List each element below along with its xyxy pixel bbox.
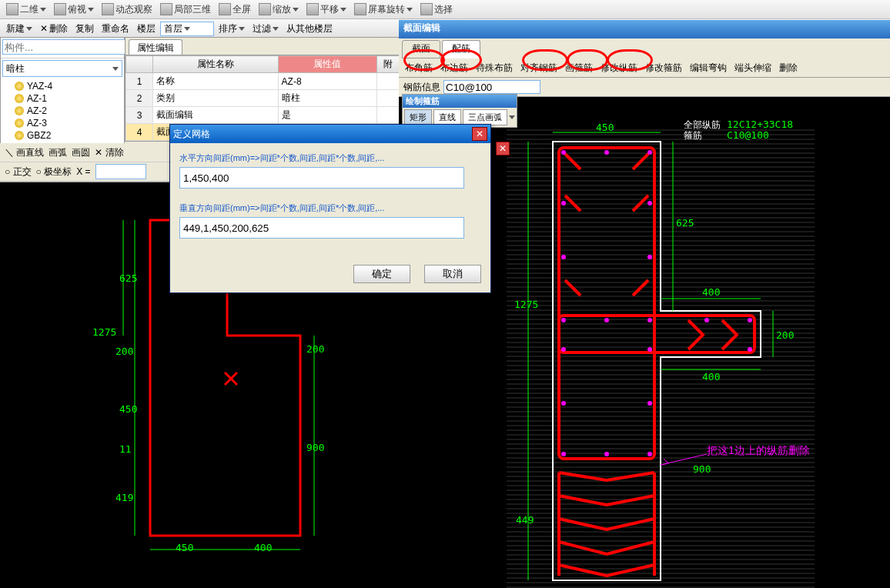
horiz-spacing-input[interactable] — [179, 167, 464, 189]
tree-node[interactable]: AZ-2 — [1, 105, 124, 117]
cmd-edit-hook[interactable]: 编辑弯钩 — [687, 60, 730, 76]
tab-rebar[interactable]: 配筋 — [442, 40, 480, 58]
svg-point-23 — [561, 201, 566, 205]
chevron-down-icon — [239, 27, 245, 31]
tab-properties[interactable]: 属性编辑 — [129, 39, 182, 55]
prop-row[interactable]: 2类别暗柱 — [126, 90, 400, 107]
delete-button[interactable]: ✕ 删除 — [37, 22, 71, 35]
svg-text:1275: 1275 — [92, 326, 116, 338]
cmd-draw-stirrup[interactable]: 画箍筋 — [562, 60, 596, 76]
svg-text:箍筋: 箍筋 — [684, 130, 702, 141]
chevron-down-icon — [509, 115, 515, 119]
svg-text:450: 450 — [176, 542, 193, 553]
cmd-delete[interactable]: 删除 — [776, 60, 801, 76]
view-top[interactable]: 俯视 — [51, 3, 97, 16]
component-type-combo[interactable]: 暗柱 — [2, 60, 122, 77]
view-toolbar: 二维 俯视 动态观察 局部三维 全屏 缩放 平移 屏幕旋转 选择 — [0, 0, 890, 19]
view-zoom[interactable]: 缩放 — [256, 3, 302, 16]
horiz-spacing-label: 水平方向间距(mm)=>间距*个数,间距,间距*个数,间距,... — [179, 152, 481, 164]
cmd-special-bar[interactable]: 特殊布筋 — [473, 60, 516, 76]
svg-text:1275: 1275 — [514, 299, 538, 310]
view-select[interactable]: 选择 — [417, 3, 456, 16]
svg-point-32 — [561, 347, 566, 352]
chevron-down-icon — [112, 67, 119, 71]
filter-button[interactable]: 过滤 — [249, 22, 282, 35]
cmd-corner-bar[interactable]: 布角筋 — [402, 60, 436, 76]
prop-row[interactable]: 3截面编辑是 — [126, 107, 400, 124]
svg-point-39 — [647, 452, 652, 456]
draw-arc-button[interactable]: 画弧 — [49, 146, 67, 159]
cancel-button[interactable]: 取消 — [424, 265, 481, 283]
x-label: X = — [76, 166, 90, 177]
close-icon[interactable]: ✕ — [472, 127, 487, 141]
mode-arc3pt[interactable]: 三点画弧 — [463, 109, 507, 125]
svg-point-21 — [604, 150, 609, 155]
svg-text:400: 400 — [702, 371, 720, 383]
dialog-title: 定义网格 — [173, 128, 210, 141]
fullscreen-icon — [219, 3, 231, 15]
from-other-floor-button[interactable]: 从其他楼层 — [283, 22, 336, 35]
clear-button[interactable]: ✕ 清除 — [95, 146, 123, 159]
col-add: 附 — [377, 56, 400, 73]
view-pan[interactable]: 平移 — [303, 3, 350, 16]
svg-text:900: 900 — [306, 442, 324, 453]
svg-point-35 — [561, 401, 566, 406]
chevron-down-icon — [293, 8, 299, 12]
tree-node[interactable]: AZ-3 — [1, 117, 124, 129]
chevron-down-icon — [88, 8, 94, 12]
node-icon — [15, 106, 24, 115]
rename-button[interactable]: 重命名 — [99, 22, 132, 35]
view-2d[interactable]: 二维 — [3, 3, 49, 16]
cube-icon — [6, 3, 18, 15]
svg-text:C10@100: C10@100 — [727, 129, 769, 141]
svg-point-20 — [561, 150, 566, 155]
new-button[interactable]: 新建 — [3, 22, 35, 35]
cmd-edit-stirrup[interactable]: 修改箍筋 — [642, 60, 685, 76]
cube-icon — [54, 3, 66, 15]
svg-point-28 — [604, 318, 609, 322]
svg-point-27 — [561, 318, 566, 322]
chevron-down-icon — [26, 27, 32, 31]
prop-row[interactable]: 1名称AZ-8 — [126, 73, 400, 90]
ortho-radio[interactable]: ○ 正交 — [5, 165, 32, 179]
tree-node[interactable]: AZ-1 — [1, 92, 124, 105]
svg-text:400: 400 — [254, 542, 272, 553]
mode-line[interactable]: 直线 — [433, 109, 461, 125]
cmd-align-bar[interactable]: 对齐钢筋 — [517, 60, 560, 76]
tree-node[interactable]: YAZ-4 — [1, 80, 124, 92]
floor-combo[interactable]: 首层 — [160, 22, 214, 36]
polar-radio[interactable]: ○ 极坐标 — [36, 165, 72, 179]
copy-button[interactable]: 复制 — [72, 22, 97, 35]
cmd-edge-bar[interactable]: 布边筋 — [437, 60, 471, 76]
node-icon — [15, 82, 24, 91]
view-fullscreen[interactable]: 全屏 — [216, 3, 254, 16]
sort-button[interactable]: 排序 — [216, 22, 248, 35]
grid-dialog: 定义网格 ✕ 水平方向间距(mm)=>间距*个数,间距,间距*个数,间距,...… — [169, 124, 491, 293]
svg-text:把这1边上的纵筋删除: 把这1边上的纵筋删除 — [707, 444, 810, 456]
svg-point-30 — [704, 318, 709, 322]
node-icon — [15, 119, 24, 128]
component-tree: YAZ-4 AZ-1 AZ-2 AZ-3 GBZ2 — [1, 79, 124, 143]
view-local3d[interactable]: 局部三维 — [157, 3, 214, 16]
view-rotate[interactable]: 屏幕旋转 — [351, 3, 416, 16]
rebar-info-input[interactable] — [443, 80, 540, 94]
ok-button[interactable]: 确定 — [353, 265, 410, 283]
mode-rect[interactable]: 矩形 — [404, 109, 432, 125]
draw-circle-button[interactable]: 画圆 — [72, 146, 90, 159]
x-input[interactable] — [95, 164, 146, 179]
search-input[interactable] — [2, 39, 137, 55]
view-orbit[interactable]: 动态观察 — [99, 3, 156, 16]
close-icon[interactable]: ✕ — [496, 142, 510, 155]
chevron-down-icon — [273, 27, 279, 31]
section-editor-title: 截面编辑 — [399, 20, 890, 38]
svg-text:450: 450 — [596, 122, 614, 133]
cmd-edit-longbar[interactable]: 修改纵筋 — [597, 60, 641, 76]
tree-node[interactable]: GBZ2 — [1, 129, 124, 142]
vert-spacing-input[interactable] — [179, 217, 464, 239]
tab-section[interactable]: 截面 — [402, 40, 440, 58]
dialog-titlebar[interactable]: 定义网格 ✕ — [170, 125, 490, 143]
vert-spacing-label: 垂直方向间距(mm)=>间距*个数,间距,间距*个数,间距,... — [179, 202, 481, 214]
draw-line-button[interactable]: ＼ 画直线 — [5, 146, 44, 159]
node-icon — [15, 94, 24, 103]
cmd-end-extend[interactable]: 端头伸缩 — [731, 60, 775, 76]
